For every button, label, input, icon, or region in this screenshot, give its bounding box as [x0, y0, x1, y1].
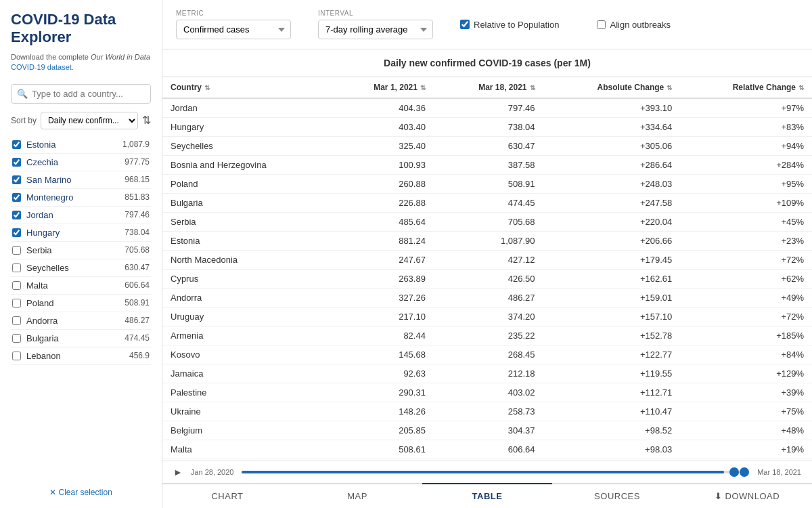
align-outbreaks-label: Align outbreaks [610, 20, 671, 30]
country-checkbox[interactable] [12, 316, 21, 325]
cell-mar1: 881.24 [331, 232, 434, 251]
cell-rel_change: +48% [680, 421, 812, 440]
data-table: Daily new confirmed COVID-19 cases (per … [162, 49, 812, 461]
country-value: 630.47 [125, 263, 150, 272]
country-item: Bulgaria474.45 [11, 330, 151, 347]
table-row: Poland260.88508.91+248.03+95% [162, 175, 812, 194]
country-value: 968.15 [125, 175, 150, 184]
cell-abs_change: +393.10 [543, 98, 681, 118]
cell-country: Serbia [162, 213, 331, 232]
country-name: Estonia [26, 140, 122, 150]
column-header-country[interactable]: Country ⇅ [162, 77, 331, 99]
country-value: 474.45 [125, 333, 150, 343]
cell-country: Armenia [162, 326, 331, 345]
country-item: Czechia977.75 [11, 154, 151, 171]
cell-abs_change: +122.77 [543, 345, 681, 364]
table-row: Jamaica92.63212.18+119.55+129% [162, 364, 812, 383]
column-header-mar18[interactable]: Mar 18, 2021 ⇅ [434, 77, 543, 99]
cell-abs_change: +334.64 [543, 118, 681, 137]
tab-map[interactable]: MAP [292, 483, 422, 508]
interval-select[interactable]: 7-day rolling average Daily Weekly [318, 20, 433, 39]
country-item: Malta606.64 [11, 277, 151, 295]
sort-btn-mar18[interactable]: Mar 18, 2021 ⇅ [478, 83, 535, 92]
cell-country: Bulgaria [162, 194, 331, 213]
country-checkbox[interactable] [12, 158, 21, 167]
country-checkbox[interactable] [12, 352, 21, 360]
country-checkbox[interactable] [12, 228, 21, 237]
country-value: 977.75 [125, 157, 150, 167]
timeline-end-date: Mar 18, 2021 [757, 468, 801, 476]
cell-mar18: 797.46 [434, 98, 543, 118]
sort-btn-rel_change[interactable]: Relative Change ⇅ [733, 83, 804, 92]
sort-direction-icon[interactable]: ⇅ [142, 114, 151, 127]
country-value: 851.83 [125, 192, 150, 202]
table-row: Malta508.61606.64+98.03+19% [162, 440, 812, 459]
tab-table[interactable]: TABLE [422, 483, 552, 508]
relative-population-checkbox[interactable] [460, 20, 470, 29]
align-outbreaks-checkbox[interactable] [597, 20, 606, 29]
cell-rel_change: +49% [680, 289, 812, 308]
sort-label: Sort by [11, 116, 37, 125]
timeline-track[interactable] [242, 471, 749, 473]
search-input[interactable] [32, 89, 145, 99]
cell-mar1: 325.40 [331, 137, 434, 156]
tab-sources[interactable]: SOURCES [552, 483, 682, 508]
subtitle-link[interactable]: COVID-19 dataset. [11, 63, 74, 71]
country-name: San Marino [26, 175, 125, 185]
country-checkbox[interactable] [12, 175, 21, 184]
column-header-mar1[interactable]: Mar 1, 2021 ⇅ [331, 77, 434, 99]
country-checkbox[interactable] [12, 281, 21, 290]
country-value: 705.68 [125, 245, 150, 255]
country-item: Poland508.91 [11, 295, 151, 312]
country-item: Lebanon456.9 [11, 347, 151, 365]
cell-mar1: 260.88 [331, 175, 434, 194]
cell-mar1: 148.26 [331, 402, 434, 421]
search-icon: 🔍 [17, 89, 28, 99]
sort-btn-country[interactable]: Country ⇅ [171, 83, 210, 92]
country-value: 1,087.9 [122, 140, 150, 149]
sort-arrow-rel_change: ⇅ [798, 84, 804, 91]
app-title: COVID-19 Data Explorer [11, 11, 151, 47]
column-header-rel_change[interactable]: Relative Change ⇅ [680, 77, 812, 99]
sort-btn-abs_change[interactable]: Absolute Change ⇅ [597, 83, 673, 92]
cell-mar1: 327.26 [331, 289, 434, 308]
cell-country: Ukraine [162, 402, 331, 421]
cell-rel_change: +109% [680, 194, 812, 213]
metric-select[interactable]: Confirmed cases Deaths Vaccinations [176, 20, 291, 39]
interval-label: INTERVAL [318, 9, 433, 17]
cell-rel_change: +23% [680, 232, 812, 251]
sort-select[interactable]: Daily new confirm... Country name Absolu… [41, 112, 138, 129]
timeline-handle-left[interactable] [729, 467, 739, 477]
play-button[interactable]: ► [173, 467, 183, 478]
country-value: 486.27 [125, 316, 150, 325]
country-checkbox[interactable] [12, 140, 21, 149]
cell-rel_change: +72% [680, 251, 812, 270]
country-checkbox[interactable] [12, 334, 21, 343]
column-header-abs_change[interactable]: Absolute Change ⇅ [543, 77, 681, 99]
country-checkbox[interactable] [12, 211, 21, 219]
cell-country: Seychelles [162, 137, 331, 156]
cell-rel_change: +129% [680, 364, 812, 383]
country-checkbox[interactable] [12, 263, 21, 272]
table-row: Jordan404.36797.46+393.10+97% [162, 98, 812, 118]
table-row: North Macedonia247.67427.12+179.45+72% [162, 251, 812, 270]
cell-mar1: 100.93 [331, 156, 434, 175]
cell-country: Estonia [162, 232, 331, 251]
country-checkbox[interactable] [12, 246, 21, 255]
tab-download[interactable]: ⬇ DOWNLOAD [682, 483, 812, 508]
cell-mar18: 630.47 [434, 137, 543, 156]
timeline-start-date: Jan 28, 2020 [191, 468, 234, 476]
tab-chart[interactable]: CHART [162, 483, 292, 508]
clear-selection-button[interactable]: ✕ Clear selection [11, 482, 151, 497]
table-wrapper[interactable]: Daily new confirmed COVID-19 cases (per … [162, 49, 812, 461]
cell-country: North Macedonia [162, 251, 331, 270]
country-checkbox[interactable] [12, 193, 21, 202]
sidebar: COVID-19 Data Explorer Download the comp… [0, 0, 162, 508]
cell-rel_change: +72% [680, 308, 812, 326]
cell-abs_change: +206.66 [543, 232, 681, 251]
table-row: Seychelles325.40630.47+305.06+94% [162, 137, 812, 156]
country-checkbox[interactable] [12, 299, 21, 308]
bottom-tabs: CHARTMAPTABLESOURCES⬇ DOWNLOAD [162, 483, 812, 508]
sort-btn-mar1[interactable]: Mar 1, 2021 ⇅ [374, 83, 426, 92]
timeline-handle-right[interactable] [740, 467, 749, 477]
